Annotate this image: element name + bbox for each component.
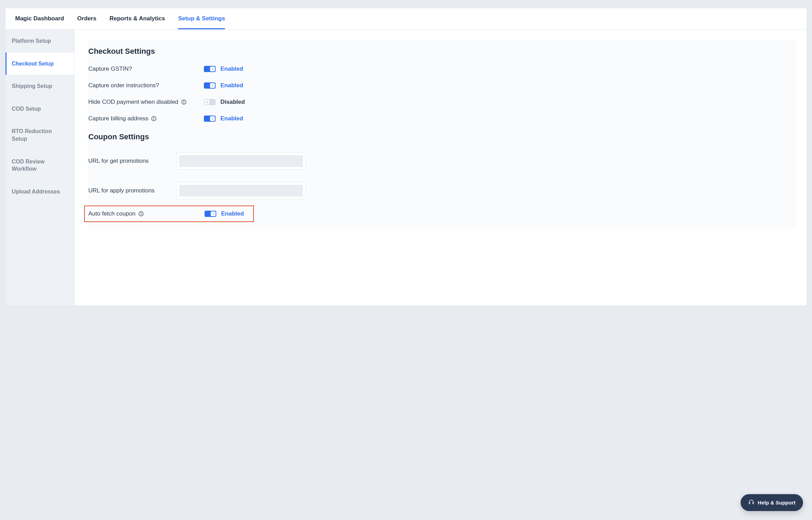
svg-rect-1 [184,102,184,103]
setting-label-text: Capture order instructions? [88,82,159,89]
input-url-get-promotions[interactable] [179,155,303,167]
sidebar-item-upload-addresses[interactable]: Upload Addresses [6,180,74,203]
setting-label: Capture GSTIN? [88,66,204,72]
highlight-auto-fetch-coupon: Auto fetch coupon Enabled [84,206,254,222]
setting-label-text: Hide COD payment when disabled [88,99,178,106]
checkout-settings-title: Checkout Settings [88,40,796,61]
setting-capture-order-instructions: Capture order instructions? Enabled [88,77,796,94]
status-text: Enabled [221,210,244,217]
setting-label-text: Auto fetch coupon [88,210,136,217]
toggle-capture-gstin[interactable] [204,66,216,72]
setting-capture-gstin: Capture GSTIN? Enabled [88,61,796,77]
top-nav: Magic Dashboard Orders Reports & Analyti… [6,8,806,30]
url-label: URL for get promotions [88,158,176,164]
coupon-settings-title: Coupon Settings [88,128,796,146]
info-icon[interactable] [151,116,157,121]
setting-label: Capture order instructions? [88,82,204,89]
status-text: Enabled [220,66,243,72]
toggle-capture-order-instructions[interactable] [204,82,216,89]
sidebar-item-checkout-setup[interactable]: Checkout Setup [6,52,74,75]
tab-reports-analytics[interactable]: Reports & Analytics [109,8,165,29]
setting-label: Capture billing address [88,115,204,122]
svg-rect-4 [154,118,154,120]
setting-url-apply-promotions: URL for apply promotions [88,176,796,206]
sidebar-item-platform-setup[interactable]: Platform Setup [6,30,74,52]
setting-url-get-promotions: URL for get promotions [88,146,796,176]
toggle-hide-cod-payment[interactable] [204,99,216,105]
sidebar-item-cod-setup[interactable]: COD Setup [6,98,74,120]
input-url-apply-promotions[interactable] [179,185,303,197]
status-text: Enabled [220,115,243,122]
svg-point-2 [184,101,184,101]
toggle-capture-billing-address[interactable] [204,116,216,122]
sidebar-item-shipping-setup[interactable]: Shipping Setup [6,75,74,98]
tab-setup-settings[interactable]: Setup & Settings [178,8,225,29]
setting-capture-billing-address: Capture billing address Enabled [88,110,796,127]
status-text: Enabled [220,82,243,89]
tab-magic-dashboard[interactable]: Magic Dashboard [15,8,64,29]
setting-label: Hide COD payment when disabled [88,99,204,106]
setting-label-text: Capture billing address [88,115,148,122]
url-label: URL for apply promotions [88,187,176,194]
info-icon[interactable] [138,211,144,217]
sidebar-item-cod-review-workflow[interactable]: COD Review Workflow [6,150,74,180]
status-text: Disabled [220,99,245,106]
svg-rect-7 [141,213,141,215]
setting-hide-cod-payment: Hide COD payment when disabled Disabled [88,94,796,110]
tab-orders[interactable]: Orders [77,8,97,29]
setting-label-text: Capture GSTIN? [88,66,132,72]
content-area: Checkout Settings Capture GSTIN? Enabled [75,30,806,306]
setting-auto-fetch-coupon: Auto fetch coupon Enabled [88,208,250,219]
sidebar: Platform Setup Checkout Setup Shipping S… [6,30,75,306]
svg-point-5 [154,117,154,118]
sidebar-item-rto-reduction-setup[interactable]: RTO Reduction Setup [6,120,74,150]
setting-label: Auto fetch coupon [88,210,205,217]
svg-point-8 [141,212,141,213]
toggle-auto-fetch-coupon[interactable] [205,211,216,217]
info-icon[interactable] [181,99,187,105]
